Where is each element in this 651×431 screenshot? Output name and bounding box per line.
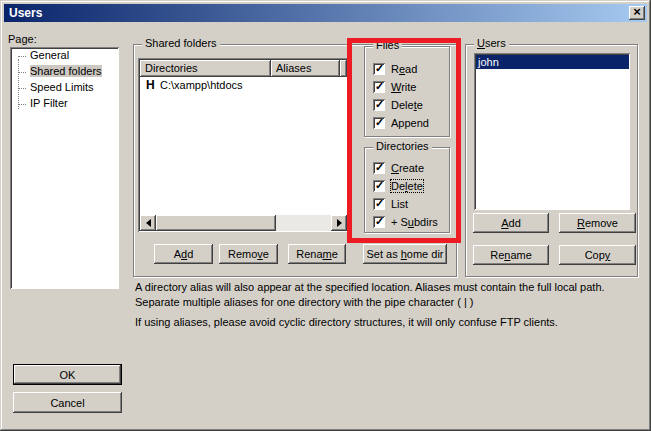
user-remove-button[interactable]: Remove	[559, 213, 636, 233]
ok-button[interactable]: OK	[13, 364, 122, 385]
checkbox-file-delete[interactable]: ✓ Delete	[373, 98, 423, 112]
shared-add-button[interactable]: Add	[154, 244, 213, 264]
help-text: A directory alias will also appear at th…	[135, 280, 640, 330]
checkbox-dir-delete[interactable]: ✓ Delete	[373, 179, 423, 193]
user-item-john[interactable]: john	[476, 55, 629, 69]
checkbox-list[interactable]: ✓ List	[373, 197, 408, 211]
scroll-left-button[interactable]	[140, 215, 156, 231]
directories-group-label: Directories	[373, 140, 432, 153]
title-bar[interactable]: Users ×	[4, 4, 647, 22]
column-header-filler	[340, 60, 347, 77]
shared-remove-button[interactable]: Remove	[219, 244, 278, 264]
help-paragraph-cyclic: If using aliases, please avoid cyclic di…	[135, 315, 640, 330]
checkbox-icon: ✓	[373, 216, 386, 229]
tree-dash-icon	[18, 56, 26, 57]
home-flag: H	[140, 77, 160, 93]
directory-path: C:\xampp\htdocs	[160, 77, 243, 93]
close-icon: ×	[633, 7, 641, 17]
page-item-speed-limits[interactable]: Speed Limits	[10, 79, 120, 95]
scroll-right-button[interactable]	[331, 215, 347, 231]
checkbox-create[interactable]: ✓ Create	[373, 161, 424, 175]
users-list[interactable]: john	[474, 53, 631, 211]
files-permissions-group: Files ✓ Read ✓ Write ✓ Delete ✓ Append	[364, 46, 450, 137]
checkbox-icon: ✓	[373, 198, 386, 211]
page-item-general[interactable]: General	[10, 47, 120, 63]
checkbox-append[interactable]: ✓ Append	[373, 116, 429, 130]
users-dialog: Users × Page: General Shared folders Spe…	[0, 0, 651, 431]
horizontal-scrollbar[interactable]	[140, 215, 347, 231]
shared-folders-group-label: Shared folders	[142, 37, 220, 50]
tree-dash-icon	[18, 72, 26, 73]
users-group: Users john Add Remove Rename Copy	[465, 44, 638, 277]
checkbox-icon: ✓	[373, 81, 386, 94]
files-group-label: Files	[373, 39, 402, 52]
close-button[interactable]: ×	[629, 6, 645, 20]
help-paragraph-aliases: A directory alias will also appear at th…	[135, 280, 640, 310]
directories-permissions-group: Directories ✓ Create ✓ Delete ✓ List ✓ +…	[364, 147, 450, 233]
user-add-button[interactable]: Add	[473, 213, 549, 233]
tree-dash-icon	[18, 104, 26, 105]
tree-dash-icon	[18, 88, 26, 89]
scrollbar-thumb[interactable]	[156, 215, 276, 231]
directories-listview[interactable]: Directories Aliases H C:\xampp\htdocs	[138, 58, 349, 233]
checkbox-icon: ✓	[373, 180, 386, 193]
column-header-aliases[interactable]: Aliases	[271, 60, 340, 77]
page-list[interactable]: General Shared folders Speed Limits IP F…	[10, 47, 120, 290]
checkbox-write[interactable]: ✓ Write	[373, 80, 416, 94]
user-rename-button[interactable]: Rename	[473, 245, 549, 265]
cancel-button[interactable]: Cancel	[13, 392, 122, 413]
directory-row[interactable]: H C:\xampp\htdocs	[140, 77, 347, 93]
page-item-ip-filter[interactable]: IP Filter	[10, 95, 120, 111]
scrollbar-track[interactable]	[276, 215, 331, 231]
scroll-right-icon	[337, 219, 346, 227]
shared-rename-button[interactable]: Rename	[288, 244, 346, 264]
checkbox-icon: ✓	[373, 63, 386, 76]
column-header-directories[interactable]: Directories	[140, 60, 271, 77]
checkbox-icon: ✓	[373, 162, 386, 175]
window-title: Users	[4, 6, 42, 20]
checkbox-read[interactable]: ✓ Read	[373, 62, 417, 76]
page-label: Page:	[8, 33, 37, 45]
users-group-label: Users	[474, 37, 509, 50]
checkbox-subdirs[interactable]: ✓ + Subdirs	[373, 215, 438, 229]
user-copy-button[interactable]: Copy	[559, 245, 636, 265]
checkbox-icon: ✓	[373, 117, 386, 130]
scroll-left-icon	[142, 219, 151, 227]
set-as-home-dir-button[interactable]: Set as home dir	[363, 244, 447, 264]
listview-header: Directories Aliases	[140, 60, 347, 77]
checkbox-icon: ✓	[373, 99, 386, 112]
page-item-shared-folders[interactable]: Shared folders	[10, 63, 120, 79]
